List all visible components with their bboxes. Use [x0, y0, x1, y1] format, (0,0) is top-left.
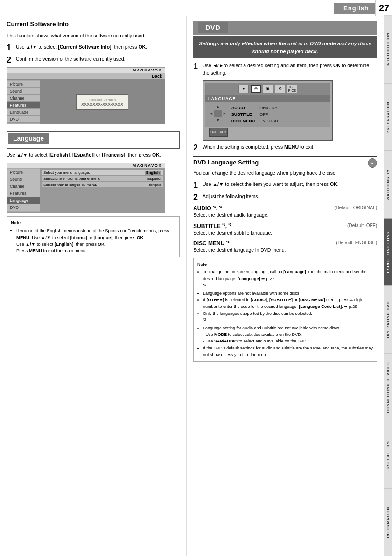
dvd-lang-body: You can change the desired language when… [193, 170, 377, 177]
tab-preparation[interactable]: PREPARATION [384, 84, 392, 151]
main-content: Current Software Info This function show… [0, 16, 384, 556]
audio-title-row: AUDIO *1, *2 (Default: ORIGINAL) [193, 205, 377, 212]
menu-body-1: Picture Sound Channel Features Language … [7, 80, 165, 124]
dvd-icon-1: ◎ [251, 85, 261, 93]
dvd-step1: 1 Use ◄/►to select a desired setting and… [193, 62, 377, 77]
menu-item-channel: Channel [7, 95, 40, 102]
lang-row-3: Sélectionner la langue du menu. Français [42, 182, 163, 187]
dvd-col1-row2: SUBTITLE [231, 111, 255, 118]
right-note-list: To change the on-screen language, call u… [197, 269, 373, 358]
dvd-step2: 2 When the setting is completed, press M… [193, 143, 377, 153]
tab-introduction[interactable]: INTRODUCTION [384, 16, 392, 84]
dvd-icon-0: ● [238, 85, 249, 93]
dvd-lang-section-title: DVD Language Setting [193, 159, 364, 167]
menu-topbar-1: Back [7, 73, 165, 80]
tab-operating-dvd[interactable]: OPERATING DVD [384, 286, 392, 354]
language-body: Use ▲/▼ to select [English], [Español] o… [7, 151, 180, 159]
release-box: Release Version XXXXXXX-XXX-XXXX [76, 94, 128, 110]
disc-menu-section: DISC MENU *1 (Default: ENGLISH) Select t… [193, 240, 377, 254]
step-num-1: 1 [7, 43, 13, 53]
dvd-menu-screenshot-container: ● ◎ ▣ ⚙ TBLPICS LANGUAGE ▲ ◄ [203, 80, 377, 141]
dvd-icon-3: ⚙ [275, 85, 285, 93]
dvd-icon-2: ▣ [263, 85, 273, 93]
right-note-title: Note [197, 261, 373, 268]
dvd-col2-row3: ENGLISH [259, 118, 280, 124]
dvd-center-btn [214, 110, 222, 117]
dvd-step2-content: When the setting is completed, press MEN… [203, 143, 377, 151]
lang-row-2: Seleccione el idioma para el menu. Españ… [42, 176, 163, 181]
step1-software: 1 Use ▲/▼ to select [Current Software In… [7, 43, 180, 53]
right-column: DVD Settings are only effective when the… [187, 16, 384, 556]
audio-desc: Select the desired audio language. [193, 212, 377, 219]
dvd-col2-row2: OFF [259, 111, 280, 118]
lang-row1-left: Select your menu language. [43, 171, 90, 175]
left-note-title: Note [11, 220, 175, 226]
current-software-body: This function shows what version of the … [7, 32, 180, 40]
dvd-lang-icon: ● [368, 158, 377, 168]
menu-left-items-2: Picture Sound Channel Features Language … [7, 168, 40, 212]
dvd-lang-step2: 2 Adjust the following items. [193, 193, 377, 202]
left-column: Current Software Info This function show… [0, 16, 187, 556]
subtitle-desc: Select the desired subtitle language. [193, 229, 377, 237]
dvd-menu-icons: ● ◎ ▣ ⚙ TBLPICS [205, 83, 330, 95]
lang-menu-right: Select your menu language. English Selec… [40, 168, 165, 212]
tab-using-functions[interactable]: USING FUNCTIONS [384, 219, 392, 286]
tab-information[interactable]: INFORMATION [384, 489, 392, 556]
tab-watching-tv[interactable]: WATCHING TV [384, 151, 392, 219]
top-bar: English 27 [0, 0, 392, 16]
menu-magnavox-1: MAGNAVOX [7, 68, 165, 73]
menu-back: Back [152, 74, 162, 78]
dvd-lang-step1: 1 Use ▲/▼ to select the item you want to… [193, 181, 377, 190]
subtitle-section: SUBTITLE *1, *2 (Default: OFF) Select th… [193, 223, 377, 237]
step-num-2: 2 [7, 56, 13, 65]
disc-menu-title-row: DISC MENU *1 (Default: ENGLISH) [193, 240, 377, 247]
dvd-col1-row3: DISC MENU [231, 118, 255, 124]
menu-right-area-1: Release Version XXXXXXX-XXX-XXXX [40, 80, 165, 124]
dvd-menu-box: ● ◎ ▣ ⚙ TBLPICS LANGUAGE ▲ ◄ [203, 80, 333, 141]
dvd-label: DVD [198, 22, 228, 33]
right-note-6: If the DVD's default settings for audio … [203, 345, 373, 358]
lang-row3-right: Français [147, 183, 161, 187]
dvd-header-box: DVD [193, 21, 377, 35]
lang-row-1: Select your menu language. English [42, 170, 163, 175]
step1-software-content: Use ▲/▼ to select [Current Software Info… [16, 43, 180, 51]
lang-menu-dvd: DVD [7, 204, 40, 211]
dvd-lang-setting: DVD Language Setting ● You can change th… [193, 156, 377, 361]
dvd-step1-content: Use ◄/►to select a desired setting and a… [203, 62, 377, 77]
language-header-label: Language [8, 133, 49, 144]
dvd-nav-arrows: ▲ ◄ ► ▼ [209, 105, 227, 125]
menu-item-picture: Picture [7, 81, 40, 88]
right-note-5: Language setting for Audio and Subtitle … [203, 325, 373, 345]
left-note-list: If you need the English menus instead of… [11, 228, 175, 254]
menu-item-language: Language [7, 109, 40, 116]
dvd-lang-step-num-2: 2 [193, 193, 200, 202]
dvd-enter-row: ENTER/OK [205, 127, 330, 138]
dvd-step-num-2: 2 [193, 143, 200, 153]
lang-row3-left: Sélectionner la langue du menu. [43, 183, 97, 187]
menu-item-sound: Sound [7, 88, 40, 95]
menu-left-items-1: Picture Sound Channel Features Language … [7, 80, 40, 124]
left-note-item-1: If you need the English menus instead of… [16, 228, 175, 254]
right-note-1: To change the on-screen language, call u… [203, 269, 373, 290]
tab-useful-tips[interactable]: USEFUL TIPS [384, 421, 392, 489]
disc-menu-title: DISC MENU *1 [193, 240, 229, 247]
step2-software-content: Confirm the version of the software curr… [16, 56, 180, 63]
subtitle-title: SUBTITLE *1, *2 [193, 223, 231, 229]
language-section: Language Use ▲/▼ to select [English], [E… [7, 131, 180, 213]
lang-menu-picture: Picture [7, 169, 40, 176]
right-note-3: If [OTHER] is selected in [AUDIO], [SUBT… [203, 297, 373, 310]
menu-body-2: Picture Sound Channel Features Language … [7, 168, 165, 212]
dvd-menu-options-area: ▲ ◄ ► ▼ AUDIO SUBTITLE DISC MENU [205, 102, 330, 127]
dvd-icon-4: TBLPICS [287, 85, 297, 93]
menu-item-dvd: DVD [7, 116, 40, 123]
page-number: 27 [375, 0, 392, 16]
right-note-4: Only the languages supported by the disc… [203, 310, 373, 325]
right-note-2: Language options are not available with … [203, 290, 373, 297]
dvd-lang-step-num-1: 1 [193, 181, 200, 190]
dvd-enter-btn: ENTER/OK [209, 128, 228, 137]
lang-menu-sound: Sound [7, 176, 40, 183]
audio-title: AUDIO *1, *2 [193, 205, 222, 212]
dvd-lang-title-row: DVD Language Setting ● [193, 158, 377, 168]
release-line1: Release Version [81, 98, 123, 102]
tab-connecting-devices[interactable]: CONNECTING DEVICES [384, 354, 392, 421]
